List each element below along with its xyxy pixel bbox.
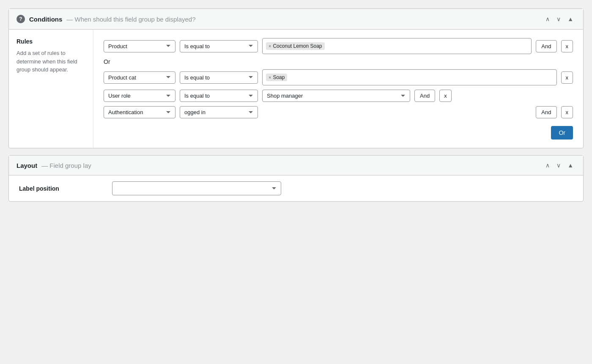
rule2-condition-select[interactable]: Is equal to: [180, 71, 258, 84]
rule1-tag-input[interactable]: × Coconut Lemon Soap: [262, 38, 532, 54]
tag-coconut-remove[interactable]: ×: [269, 44, 271, 49]
rule4-remove-button[interactable]: x: [561, 106, 573, 118]
rule3-param-select[interactable]: User role: [104, 90, 175, 102]
clearfix: Or: [104, 123, 573, 140]
rules-description: Add a set of rules to determine when thi…: [16, 49, 85, 74]
rule3-and-button[interactable]: And: [414, 90, 435, 102]
layout-triangle-up-button[interactable]: ▲: [565, 161, 576, 169]
rule-row-2: Product cat Is equal to × Soap x: [104, 69, 573, 85]
conditions-title-sub: — When should this field group be displa…: [66, 16, 195, 23]
rule1-and-button[interactable]: And: [536, 40, 556, 52]
rule2-param-select[interactable]: Product cat: [104, 71, 175, 84]
conditions-panel: ? Conditions — When should this field gr…: [8, 8, 584, 148]
rule1-param-select[interactable]: Product: [104, 40, 175, 52]
rule4-param-wrapper: Authentication User ✓ Authentication Use…: [104, 106, 175, 118]
conditions-header: ? Conditions — When should this field gr…: [9, 9, 583, 30]
chevron-down-button[interactable]: ∨: [554, 15, 563, 23]
triangle-up-button[interactable]: ▲: [565, 15, 576, 23]
conditions-header-left: ? Conditions — When should this field gr…: [16, 15, 196, 23]
tag-coconut-label: Coconut Lemon Soap: [273, 43, 322, 49]
rules-content: Product Is equal to × Coconut Lemon Soap…: [93, 30, 583, 148]
layout-title: Layout: [16, 162, 37, 169]
help-icon: ?: [16, 15, 25, 23]
rule1-remove-button[interactable]: x: [561, 40, 573, 52]
rule4-param-select[interactable]: Authentication: [104, 106, 175, 118]
rule-row-3: User role Is equal to Shop manager And x: [104, 90, 573, 102]
rule3-remove-button[interactable]: x: [439, 90, 452, 102]
layout-header-right: ∧ ∨ ▲: [543, 161, 576, 169]
layout-header: Layout — Field group lay ∧ ∨ ▲: [9, 156, 583, 175]
tag-soap: × Soap: [266, 74, 287, 81]
rule4-and-button[interactable]: And: [536, 106, 556, 118]
label-position-select[interactable]: [112, 181, 281, 195]
layout-title-sub: — Field group lay: [41, 162, 91, 169]
conditions-header-right: ∧ ∨ ▲: [543, 15, 576, 23]
rule2-remove-button[interactable]: x: [561, 71, 573, 84]
layout-panel: Layout — Field group lay ∧ ∨ ▲ Label pos…: [8, 155, 584, 202]
label-position-label: Label position: [19, 185, 104, 192]
conditions-title: Conditions: [29, 16, 62, 23]
tag-coconut: × Coconut Lemon Soap: [266, 42, 325, 50]
layout-header-left: Layout — Field group lay: [16, 162, 91, 169]
label-position-row: Label position: [9, 175, 583, 201]
tag-soap-label: Soap: [273, 74, 285, 80]
tag-soap-remove[interactable]: ×: [269, 75, 271, 80]
chevron-up-button[interactable]: ∧: [543, 15, 552, 23]
or-label-1: Or: [104, 58, 573, 65]
rule1-condition-select[interactable]: Is equal to: [180, 40, 258, 52]
rule2-tag-input[interactable]: × Soap: [262, 69, 557, 85]
layout-chevron-down-button[interactable]: ∨: [554, 161, 563, 169]
or-button[interactable]: Or: [551, 126, 573, 140]
rule3-value-select[interactable]: Shop manager: [262, 90, 410, 102]
rules-title: Rules: [16, 38, 85, 45]
rules-sidebar: Rules Add a set of rules to determine wh…: [9, 30, 93, 148]
rule-row-4: Authentication User ✓ Authentication Use…: [104, 106, 573, 118]
layout-chevron-up-button[interactable]: ∧: [543, 161, 552, 169]
rule3-condition-select[interactable]: Is equal to: [180, 90, 258, 102]
rule4-condition-select[interactable]: ogged in: [180, 106, 258, 118]
rule-row-1: Product Is equal to × Coconut Lemon Soap…: [104, 38, 573, 54]
conditions-body: Rules Add a set of rules to determine wh…: [9, 30, 583, 148]
